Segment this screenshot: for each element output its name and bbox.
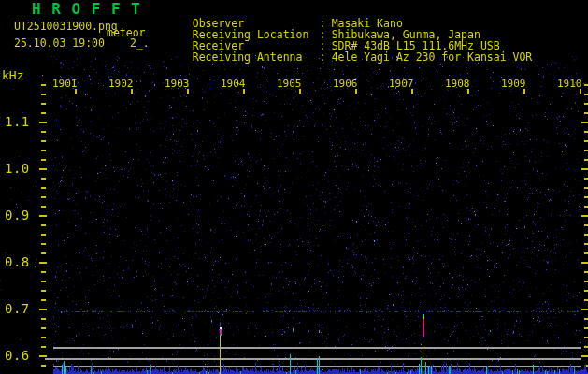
time-tick-label: 1910 <box>557 78 582 90</box>
date-time: 25.10.03 19:00 <box>14 37 105 49</box>
freq-tick-label: 0.7 <box>5 301 30 316</box>
freq-tick-label: 1.0 <box>5 161 30 176</box>
time-tick-label: 1901 <box>52 78 78 90</box>
time-tick-label: 1907 <box>389 78 414 90</box>
info-label: Receiving Antenna <box>193 50 320 64</box>
time-tick-label: 1903 <box>165 78 190 90</box>
app-title: H R O F F T <box>32 2 141 18</box>
freq-tick-label: 0.6 <box>5 348 30 363</box>
freq-tick-label: 0.9 <box>5 208 30 223</box>
output-filename: UT2510031900.png <box>14 21 118 32</box>
time-tick-label: 1909 <box>501 78 526 90</box>
freq-tick-label: 0.8 <box>5 254 30 269</box>
echo-counts: 2_. <box>130 37 150 49</box>
info-row-antenna: Receiving Antenna:4ele Yagi Az 230 for K… <box>166 37 532 77</box>
info-value: 4ele Yagi Az 230 for Kansai VOR <box>332 50 533 64</box>
time-tick-label: 1908 <box>445 78 470 90</box>
freq-tick-label: 1.1 <box>5 114 30 129</box>
hrofft-screen: H R O F F T UT2510031900.png meteor 25.1… <box>0 0 588 374</box>
time-tick-label: 1902 <box>108 78 134 90</box>
colon: : <box>320 50 326 64</box>
freq-axis-unit: kHz <box>2 69 23 82</box>
time-tick-label: 1904 <box>221 78 246 90</box>
time-tick-label: 1906 <box>333 78 358 90</box>
time-tick-label: 1905 <box>277 78 302 90</box>
